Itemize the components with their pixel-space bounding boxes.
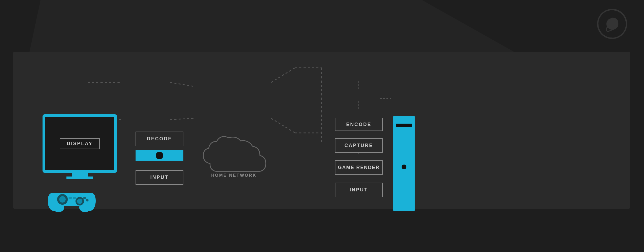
main-panel: DISPLAY: [13, 52, 630, 209]
capture-label: CAPTURE: [344, 143, 373, 148]
tv-base: [66, 177, 93, 179]
svg-line-8: [170, 118, 194, 120]
cloud-label: HOME NETWORK: [211, 173, 256, 178]
svg-point-19: [77, 199, 82, 204]
capture-box: CAPTURE: [335, 138, 383, 153]
svg-point-22: [83, 197, 86, 199]
game-render-label: GAME RENDER: [338, 165, 380, 170]
svg-point-28: [609, 21, 614, 26]
input-right-label: INPUT: [350, 187, 368, 193]
encode-box: ENCODE: [335, 118, 383, 131]
svg-rect-24: [69, 197, 72, 199]
steam-logo: [596, 8, 628, 40]
pc-power-button: [402, 165, 406, 169]
decode-label: DECODE: [147, 136, 172, 142]
input-box-right: INPUT: [335, 183, 383, 197]
svg-line-1: [170, 82, 194, 86]
tv-display: DISPLAY: [43, 114, 117, 179]
display-label: DISPLAY: [60, 138, 99, 149]
steam-link-device: [136, 150, 183, 161]
cloud-network: HOME NETWORK: [194, 130, 274, 184]
input-left-label: INPUT: [150, 175, 169, 180]
steam-link-dot: [156, 152, 163, 159]
pc-tower: [393, 116, 415, 211]
svg-line-2: [271, 68, 295, 82]
tv-stand: [72, 173, 88, 177]
gamepad-icon: [45, 182, 98, 218]
svg-rect-21: [62, 196, 63, 201]
pc-drive-slot: [396, 124, 412, 127]
svg-rect-25: [73, 197, 76, 199]
tv-screen: DISPLAY: [43, 114, 117, 173]
input-box-left: INPUT: [136, 170, 183, 185]
svg-line-5: [271, 118, 295, 133]
game-render-box: GAME RENDER: [335, 160, 383, 175]
decode-box: DECODE: [136, 132, 183, 146]
svg-point-23: [86, 199, 89, 201]
encode-label: ENCODE: [346, 122, 371, 127]
